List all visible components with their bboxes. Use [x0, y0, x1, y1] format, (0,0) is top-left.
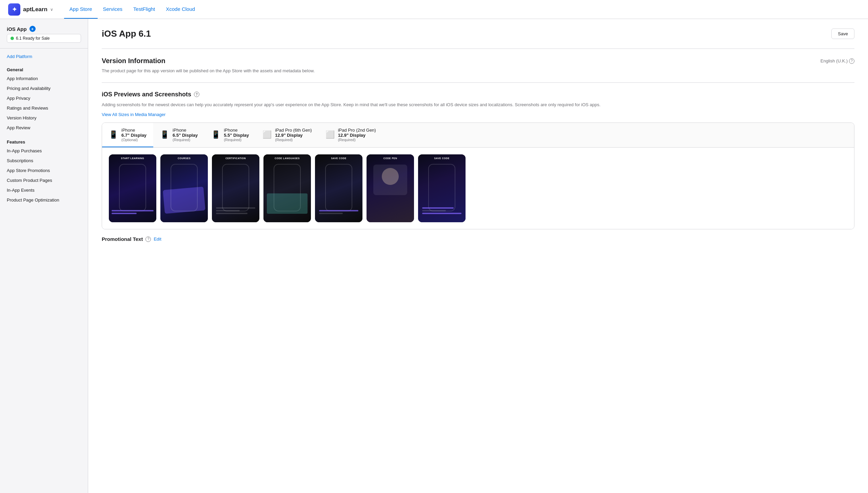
screenshot-3-label: CODE LANGUAGES [263, 157, 311, 159]
logo-chevron-icon[interactable]: ∨ [50, 7, 53, 12]
device-tab-0[interactable]: 📱 iPhone 6.7" Display (Optional) [102, 123, 153, 147]
sidebar-item-app-information[interactable]: App Information [0, 74, 88, 83]
device-tab-4-name: iPad Pro (2nd Gen) [338, 128, 376, 133]
page-title: iOS App 6.1 [102, 29, 151, 39]
nav-link-appstore[interactable]: App Store [64, 0, 98, 19]
promo-label: Promotional Text [102, 236, 143, 242]
device-tab-4-req: (Required) [338, 138, 376, 142]
device-tab-1-size: 6.5" Display [173, 133, 198, 138]
iphone-67-icon: 📱 [109, 130, 118, 139]
sidebar-item-pricing[interactable]: Pricing and Availability [0, 83, 88, 93]
device-tab-4[interactable]: ⬜ iPad Pro (2nd Gen) 12.9" Display (Requ… [319, 123, 383, 147]
screenshot-6-phone [428, 164, 455, 211]
app-name-label: iOS App [7, 26, 27, 32]
screenshot-6-inner: SAVE CODE [418, 154, 466, 222]
previews-section-title: iOS Previews and Screenshots ? [102, 91, 854, 98]
screenshot-4-phone [325, 164, 352, 211]
screenshot-0-inner: START LEARNING [109, 154, 156, 222]
device-tab-2-name: iPhone [224, 128, 249, 133]
device-tabs: 📱 iPhone 6.7" Display (Optional) 📱 iPhon… [102, 123, 854, 148]
sidebar-item-ratings[interactable]: Ratings and Reviews [0, 103, 88, 113]
device-tab-2-size: 5.5" Display [224, 133, 249, 138]
sc-line-1 [112, 210, 154, 211]
sidebar-item-app-store-promotions[interactable]: App Store Promotions [0, 166, 88, 175]
device-tab-3-name: iPad Pro (6th Gen) [275, 128, 312, 133]
device-tab-3-req: (Required) [275, 138, 312, 142]
sidebar-item-in-app-events[interactable]: In-App Events [0, 185, 88, 195]
sidebar-item-app-review[interactable]: App Review [0, 123, 88, 133]
sidebar-item-subscriptions[interactable]: Subscriptions [0, 156, 88, 166]
screenshot-6[interactable]: SAVE CODE [418, 154, 466, 222]
promo-help-icon[interactable]: ? [145, 236, 151, 242]
sc-lines-7 [422, 207, 461, 215]
sc-cup-shape [382, 168, 399, 185]
add-platform-link[interactable]: Add Platform [0, 54, 88, 64]
device-tabs-container: 📱 iPhone 6.7" Display (Optional) 📱 iPhon… [102, 122, 854, 229]
sidebar-item-version-history[interactable]: Version History [0, 113, 88, 123]
device-tab-0-text: iPhone 6.7" Display (Optional) [121, 128, 146, 142]
device-tab-1[interactable]: 📱 iPhone 6.5" Display (Required) [153, 123, 204, 147]
nav-link-services[interactable]: Services [98, 0, 128, 19]
device-tab-0-size: 6.7" Display [121, 133, 146, 138]
previews-help-icon[interactable]: ? [194, 92, 199, 97]
sidebar: iOS App + 6.1 Ready for Sale Add Platfor… [0, 19, 88, 493]
device-tab-2[interactable]: 📱 iPhone 5.5" Display (Required) [204, 123, 256, 147]
device-tab-3-text: iPad Pro (6th Gen) 12.9" Display (Requir… [275, 128, 312, 142]
sc-code-block [267, 193, 308, 214]
screenshot-1[interactable]: COURSES [160, 154, 208, 222]
view-all-sizes-link[interactable]: View All Sizes in Media Manager [102, 112, 165, 117]
device-tab-3[interactable]: ⬜ iPad Pro (6th Gen) 12.9" Display (Requ… [256, 123, 318, 147]
screenshot-4-inner: SAVE CODE [315, 154, 362, 222]
device-tab-1-req: (Required) [173, 138, 198, 142]
previews-title-text: iOS Previews and Screenshots [102, 91, 191, 98]
screenshot-2[interactable]: CERTIFICATION [212, 154, 259, 222]
screenshot-2-inner: CERTIFICATION [212, 154, 259, 222]
screenshot-3[interactable]: CODE LANGUAGES [263, 154, 311, 222]
screenshot-4-label: SAVE CODE [315, 157, 362, 159]
version-description: The product page for this app version wi… [102, 68, 854, 74]
app-logo-icon: ✦ [8, 3, 20, 16]
language-help-icon[interactable]: ? [849, 58, 854, 64]
status-label: 6.1 Ready for Sale [16, 36, 50, 41]
sidebar-item-custom-product-pages[interactable]: Custom Product Pages [0, 175, 88, 185]
features-section-label: Features [0, 137, 88, 146]
screenshot-0[interactable]: START LEARNING [109, 154, 156, 222]
screenshot-4[interactable]: SAVE CODE [315, 154, 362, 222]
main-content: iOS App 6.1 Save Version Information Eng… [88, 19, 868, 493]
device-tab-3-size: 12.9" Display [275, 133, 312, 138]
screenshot-1-inner: COURSES [160, 154, 208, 222]
sc-lines-5 [319, 210, 358, 215]
nav-link-xcode[interactable]: Xcode Cloud [160, 0, 200, 19]
language-label: English (U.K.) [821, 58, 848, 63]
sc-lines [216, 207, 255, 215]
sidebar-item-in-app-purchases[interactable]: In-App Purchases [0, 146, 88, 156]
sidebar-item-app-privacy[interactable]: App Privacy [0, 93, 88, 103]
nav-link-testflight[interactable]: TestFlight [128, 0, 160, 19]
device-tab-0-req: (Optional) [121, 138, 146, 142]
device-tab-2-req: (Required) [224, 138, 249, 142]
screenshot-0-label: START LEARNING [109, 157, 156, 159]
sidebar-item-product-page-optimization[interactable]: Product Page Optimization [0, 195, 88, 205]
language-selector[interactable]: English (U.K.) ? [821, 58, 854, 64]
screenshot-1-phone [171, 164, 198, 211]
add-platform-badge[interactable]: + [29, 26, 36, 32]
iphone-65-icon: 📱 [160, 130, 169, 139]
top-navigation: ✦ aptLearn ∨ App Store Services TestFlig… [0, 0, 868, 19]
device-tab-0-name: iPhone [121, 128, 146, 133]
version-section-header: Version Information English (U.K.) ? [102, 57, 854, 65]
device-tab-1-text: iPhone 6.5" Display (Required) [173, 128, 198, 142]
sidebar-status: 6.1 Ready for Sale [7, 34, 81, 43]
screenshot-5-inner: CODE PEN [367, 154, 414, 222]
general-section-label: General [0, 64, 88, 74]
screenshot-2-phone [222, 164, 249, 211]
save-button[interactable]: Save [831, 29, 854, 39]
nav-links: App Store Services TestFlight Xcode Clou… [64, 0, 200, 19]
page-header: iOS App 6.1 Save [102, 29, 854, 39]
screenshot-3-inner: CODE LANGUAGES [263, 154, 311, 222]
screenshot-5[interactable]: CODE PEN [367, 154, 414, 222]
screenshot-0-phone [119, 164, 146, 211]
previews-description: Adding screenshots for the newest device… [102, 101, 854, 108]
promo-edit-link[interactable]: Edit [154, 236, 161, 242]
sidebar-app-header: iOS App + 6.1 Ready for Sale [0, 26, 88, 49]
version-section-title: Version Information [102, 57, 165, 65]
